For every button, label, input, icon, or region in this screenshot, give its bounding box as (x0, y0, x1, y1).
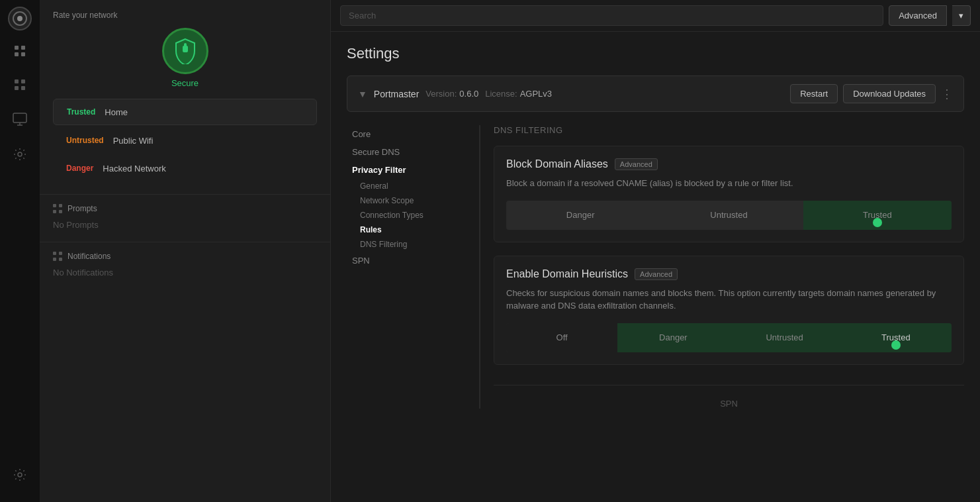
settings-body: Core Secure DNS Privacy Filter General N… (347, 125, 964, 409)
card1-desc: Block a domain if a resolved CNAME (alia… (506, 177, 952, 190)
network-label: Rate your network (53, 11, 317, 20)
slider1-untrusted-label: Untrusted (710, 210, 747, 220)
svg-rect-21 (53, 252, 56, 255)
card1-slider[interactable]: Danger Untrusted Trusted (506, 201, 952, 230)
svg-rect-7 (21, 79, 25, 83)
prompts-section: Prompts No Prompts (40, 195, 330, 242)
license-value: AGPLv3 (520, 89, 552, 99)
prompts-label: Prompts (67, 204, 97, 213)
version-value: 0.6.0 (459, 89, 478, 99)
secure-badge: Secure (53, 28, 317, 88)
badge-untrusted: Untrusted (62, 134, 108, 146)
secure-label: Secure (171, 78, 199, 88)
slider2-danger[interactable]: Danger (617, 323, 729, 352)
nav-core[interactable]: Core (347, 125, 466, 143)
network-name-public: Public Wifi (113, 136, 154, 146)
network-item-trusted[interactable]: Trusted Home (53, 99, 317, 125)
svg-point-14 (18, 473, 22, 477)
card2-tag: Advanced (635, 268, 678, 280)
slider2-off[interactable]: Off (506, 323, 617, 352)
svg-rect-24 (59, 258, 62, 261)
svg-rect-3 (21, 46, 25, 50)
spn-footer: SPN (494, 385, 964, 409)
slider2-trusted[interactable]: Trusted (840, 323, 952, 352)
notifications-section: Notifications No Notifications (40, 242, 330, 289)
nav-connection-types[interactable]: Connection Types (347, 208, 466, 223)
enable-domain-heuristics-card: Enable Domain Heuristics Advanced Checks… (494, 256, 964, 365)
settings-icon-bar[interactable] (9, 144, 30, 168)
svg-rect-22 (59, 252, 62, 255)
left-panel: Rate your network Secure Trusted Home Un… (40, 0, 331, 502)
slider2-untrusted-label: Untrusted (766, 332, 803, 342)
version-label: Version: (425, 89, 457, 99)
main-content: Advanced ▾ Settings ▼ Portmaster Version… (331, 0, 980, 502)
nav-privacy-filter[interactable]: Privacy Filter (347, 161, 466, 179)
settings-panel: DNS Filtering Block Domain Aliases Advan… (479, 125, 964, 409)
notifications-header: Notifications (53, 252, 317, 261)
block-domain-aliases-card: Block Domain Aliases Advanced Block a do… (494, 146, 964, 242)
settings-area: Settings ▼ Portmaster Version: 0.6.0 Lic… (331, 32, 980, 502)
svg-rect-6 (15, 79, 19, 83)
nav-spn[interactable]: SPN (347, 252, 466, 270)
card2-slider[interactable]: Off Danger Untrusted Trusted (506, 323, 952, 352)
network-section: Rate your network Secure Trusted Home Un… (40, 0, 330, 195)
svg-rect-19 (53, 210, 56, 213)
portmaster-bar: ▼ Portmaster Version: 0.6.0 License: AGP… (347, 75, 964, 112)
nav-rules[interactable]: Rules (347, 223, 466, 237)
download-updates-button[interactable]: Download Updates (843, 84, 936, 103)
slider2-off-label: Off (557, 332, 568, 342)
restart-button[interactable]: Restart (790, 84, 838, 103)
shield-icon (173, 38, 197, 64)
settings-gear-icon[interactable] (9, 464, 30, 489)
advanced-chevron-button[interactable]: ▾ (952, 5, 971, 26)
license-label: License: (485, 89, 517, 99)
panel-section-title: DNS Filtering (494, 125, 964, 135)
svg-rect-23 (53, 258, 56, 261)
search-input[interactable] (340, 5, 883, 26)
slider1-untrusted[interactable]: Untrusted (654, 201, 803, 230)
portmaster-chevron[interactable]: ▼ (358, 89, 367, 99)
network-item-danger[interactable]: Danger Hacked Network (53, 156, 317, 181)
badge-danger: Danger (62, 162, 97, 174)
more-options-icon[interactable]: ⋮ (941, 87, 953, 101)
grid-icon-1[interactable] (10, 41, 30, 64)
slider1-danger[interactable]: Danger (506, 201, 654, 230)
top-bar: Advanced ▾ (331, 0, 980, 32)
card2-desc: Checks for suspicious domain names and b… (506, 287, 952, 313)
nav-dns-filtering[interactable]: DNS Filtering (347, 237, 466, 252)
slider1-trusted[interactable]: Trusted (803, 201, 952, 230)
slider2-danger-label: Danger (659, 332, 688, 342)
svg-rect-17 (53, 204, 56, 207)
nav-secure-dns[interactable]: Secure DNS (347, 143, 466, 161)
grid-icon-notifications (53, 252, 62, 261)
monitor-icon[interactable] (9, 109, 31, 133)
grid-icon-prompts (53, 204, 62, 213)
svg-rect-4 (15, 52, 19, 56)
app-logo[interactable] (8, 7, 32, 30)
slider1-danger-label: Danger (566, 210, 595, 220)
svg-rect-2 (15, 46, 19, 50)
nav-general[interactable]: General (347, 179, 466, 193)
badge-trusted: Trusted (63, 106, 99, 118)
slider2-indicator (891, 340, 901, 350)
svg-rect-18 (59, 204, 62, 207)
nav-network-scope[interactable]: Network Scope (347, 193, 466, 208)
shield-container (162, 28, 208, 74)
card1-header: Block Domain Aliases Advanced (506, 158, 952, 170)
settings-title: Settings (347, 45, 964, 62)
svg-rect-9 (21, 86, 25, 90)
card1-tag: Advanced (615, 158, 658, 170)
grid-icon-2[interactable] (10, 75, 30, 98)
icon-bar (0, 0, 40, 502)
network-item-untrusted[interactable]: Untrusted Public Wifi (53, 128, 317, 153)
svg-rect-20 (59, 210, 62, 213)
svg-rect-16 (184, 43, 187, 47)
slider2-untrusted[interactable]: Untrusted (729, 323, 840, 352)
settings-nav: Core Secure DNS Privacy Filter General N… (347, 125, 466, 409)
card1-title: Block Domain Aliases (506, 158, 608, 170)
portmaster-name: Portmaster (374, 89, 419, 99)
network-name-home: Home (105, 107, 128, 117)
advanced-button[interactable]: Advanced (889, 5, 947, 26)
notifications-label: Notifications (67, 252, 111, 261)
card2-title: Enable Domain Heuristics (506, 268, 628, 280)
